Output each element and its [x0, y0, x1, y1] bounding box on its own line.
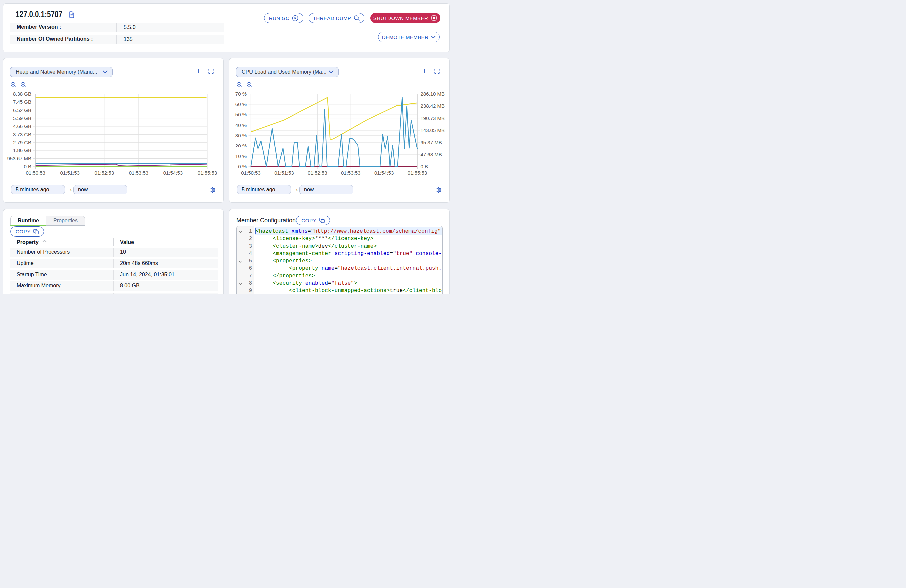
svg-text:01:52:53: 01:52:53: [94, 170, 114, 176]
svg-text:7.45 GB: 7.45 GB: [13, 99, 31, 105]
svg-text:286.10 MB: 286.10 MB: [421, 91, 445, 97]
svg-text:0 %: 0 %: [238, 164, 247, 169]
svg-text:40 %: 40 %: [236, 122, 247, 128]
svg-text:01:54:53: 01:54:53: [375, 170, 394, 176]
svg-text:8.38 GB: 8.38 GB: [13, 91, 31, 97]
svg-text:01:55:53: 01:55:53: [408, 170, 427, 176]
svg-text:0 B: 0 B: [421, 164, 428, 169]
svg-text:01:51:53: 01:51:53: [274, 170, 294, 176]
svg-text:10 %: 10 %: [236, 153, 247, 159]
svg-text:143.05 MB: 143.05 MB: [421, 127, 445, 133]
svg-text:6.52 GB: 6.52 GB: [13, 107, 31, 113]
svg-text:20 %: 20 %: [236, 143, 247, 148]
svg-text:0 B: 0 B: [24, 164, 31, 169]
svg-text:01:50:53: 01:50:53: [241, 170, 260, 176]
svg-text:70 %: 70 %: [236, 91, 247, 97]
svg-text:4.66 GB: 4.66 GB: [13, 123, 31, 129]
svg-text:01:51:53: 01:51:53: [60, 170, 80, 176]
svg-text:50 %: 50 %: [236, 112, 247, 117]
svg-text:30 %: 30 %: [236, 132, 247, 138]
svg-text:01:55:53: 01:55:53: [198, 170, 217, 176]
svg-text:60 %: 60 %: [236, 101, 247, 107]
svg-text:47.68 MB: 47.68 MB: [421, 152, 442, 158]
svg-text:01:52:53: 01:52:53: [308, 170, 327, 176]
svg-text:95.37 MB: 95.37 MB: [421, 140, 442, 145]
svg-text:190.73 MB: 190.73 MB: [421, 115, 445, 121]
svg-text:01:53:53: 01:53:53: [341, 170, 360, 176]
svg-text:1.86 GB: 1.86 GB: [13, 148, 31, 153]
svg-text:01:54:53: 01:54:53: [163, 170, 183, 176]
svg-text:5.59 GB: 5.59 GB: [13, 115, 31, 121]
svg-text:3.73 GB: 3.73 GB: [13, 132, 31, 137]
svg-text:953.67 MB: 953.67 MB: [7, 156, 31, 161]
svg-text:238.42 MB: 238.42 MB: [421, 103, 445, 108]
svg-text:01:53:53: 01:53:53: [129, 170, 148, 176]
svg-text:2.79 GB: 2.79 GB: [13, 140, 31, 145]
svg-text:01:50:53: 01:50:53: [26, 170, 45, 176]
